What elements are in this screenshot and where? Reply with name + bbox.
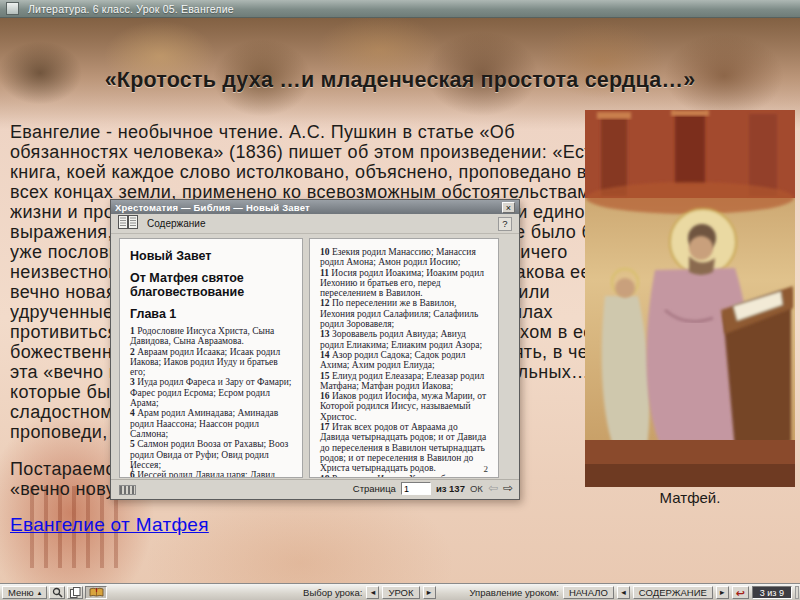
toolbar-left-group: Меню ▴ <box>2 586 107 599</box>
control-prev-button[interactable]: ◄ <box>617 586 630 599</box>
verse-number: 18 <box>320 474 330 478</box>
verse-number: 10 <box>320 247 330 257</box>
contents-button[interactable]: СОДЕРЖАНИЕ <box>633 586 713 599</box>
matthew-caption: Матфей. <box>585 489 795 506</box>
bible-verse: 13 Зоровавель родил Авиуда; Авиуд родил … <box>320 329 488 350</box>
verse-text: Арам родил Аминадава; Аминадав родил Наа… <box>130 408 278 439</box>
bible-verse: 15 Елиуд родил Елеазара; Елеазар родил М… <box>320 371 488 392</box>
bible-heading-gospel: От Матфея святое благовествование <box>130 271 292 299</box>
window-titlebar[interactable]: Литература. 6 класс. Урок 05. Евангелие <box>0 0 800 18</box>
lesson-prev-button[interactable]: ◄ <box>366 586 379 599</box>
return-arrow-icon: ↩ <box>736 588 745 598</box>
bible-heading-testament: Новый Завет <box>130 249 292 263</box>
verse-text: Рождество Иисуса Христа было так: по обр… <box>320 474 480 478</box>
control-next-button[interactable]: ► <box>716 586 729 599</box>
slide-counter: 3 из 9 <box>752 586 792 599</box>
verse-text: Зоровавель родил Авиуда; Авиуд родил Ели… <box>320 329 482 349</box>
bible-verse: 2 Авраам родил Исаака; Исаак родил Иаков… <box>130 347 292 378</box>
verse-text: Иаков родил Иосифа, мужа Марии, от Котор… <box>320 391 486 422</box>
arrow-right-icon: ► <box>719 588 726 597</box>
page-navigator: Страница из 137 ОК ⇦ ⇨ <box>353 482 513 495</box>
reader-toolbar: Содержание ? <box>111 214 519 234</box>
bible-verse: 11 Иосия родил Иоакима; Иоаким родил Иех… <box>320 268 488 299</box>
bible-verse: 10 Езекия родил Манассию; Манассия родил… <box>320 247 488 268</box>
matthew-image <box>585 110 795 487</box>
arrow-right-icon: ► <box>425 588 432 597</box>
menu-caret-icon: ▴ <box>38 589 42 597</box>
verse-number: 12 <box>320 298 330 308</box>
ok-button[interactable]: ОК <box>470 483 483 494</box>
verse-text: Родословие Иисуса Христа, Сына Давидова,… <box>130 326 274 346</box>
lesson-control-label: Управление уроком: <box>469 587 560 598</box>
toolbar-right-group: Выбор урока: ◄ УРОК ► Управление уроком:… <box>302 586 799 599</box>
toolbar-edge-fragment <box>795 586 799 599</box>
open-book-icon <box>89 587 104 598</box>
return-button[interactable]: ↩ <box>732 586 749 599</box>
resize-grip-icon <box>119 485 136 495</box>
chrestomathy-button[interactable] <box>85 586 107 599</box>
bible-verse: 18 Рождество Иисуса Христа было так: по … <box>320 474 488 478</box>
bible-left-page: Новый Завет От Матфея святое благовество… <box>119 238 303 478</box>
lesson-button-label: УРОК <box>388 587 413 598</box>
copy-button[interactable] <box>67 586 83 599</box>
text-line: Евангелие - необычное чтение. А.С. Пушки… <box>10 122 586 142</box>
page-label: Страница <box>353 483 396 494</box>
verse-text: Иуда родил Фареса и Зару от Фамари; Фаре… <box>130 377 291 408</box>
page-input[interactable] <box>401 482 431 495</box>
page-number-right: 2 <box>484 464 489 474</box>
verse-number: 15 <box>320 371 330 381</box>
app-icon <box>6 2 19 15</box>
reader-titlebar[interactable]: Хрестоматия — Библия — Новый Завет × <box>111 200 519 214</box>
verse-text: Салмон родил Вооза от Рахавы; Вооз родил… <box>130 439 288 470</box>
book-pages-icon-svg <box>118 215 138 229</box>
help-button[interactable]: ? <box>498 217 512 231</box>
verse-text: Елиуд родил Елеазара; Елеазар родил Матф… <box>320 371 484 391</box>
verse-number: 2 <box>130 347 135 357</box>
bible-verse: 4 Арам родил Аминадава; Аминадав родил Н… <box>130 408 292 439</box>
bible-verse: 3 Иуда родил Фареса и Зару от Фамари; Фа… <box>130 377 292 408</box>
verse-number: 14 <box>320 350 330 360</box>
verse-text: Итак всех родов от Авраама до Давида чет… <box>320 422 486 473</box>
bible-heading-chapter: Глава 1 <box>130 307 292 321</box>
reader-statusbar: Страница из 137 ОК ⇦ ⇨ <box>111 479 519 499</box>
application-window: Литература. 6 класс. Урок 05. Евангелие … <box>0 0 800 600</box>
next-page-icon[interactable]: ⇨ <box>503 483 513 494</box>
lesson-next-button[interactable]: ► <box>423 586 436 599</box>
bible-verse: 16 Иаков родил Иосифа, мужа Марии, от Ко… <box>320 391 488 422</box>
verse-text: Иессей родил Давида царя; Давид царь род… <box>130 470 275 478</box>
book-pages-icon[interactable] <box>118 215 138 233</box>
page-number-left: 1 <box>130 464 135 474</box>
copy-icon <box>70 587 81 598</box>
contents-button-label: СОДЕРЖАНИЕ <box>639 587 707 598</box>
contents-menu-item[interactable]: Содержание <box>147 218 205 229</box>
menu-button[interactable]: Меню ▴ <box>2 586 47 599</box>
close-button[interactable]: × <box>502 202 515 213</box>
search-button[interactable] <box>49 586 65 599</box>
close-icon: × <box>506 203 511 213</box>
text-line: книга, коей каждое слово истолковано, об… <box>10 162 586 182</box>
begin-button[interactable]: НАЧАЛО <box>563 586 614 599</box>
verse-text: Езекия родил Манассию; Манассия родил Ам… <box>320 247 476 267</box>
prev-page-icon[interactable]: ⇦ <box>488 483 498 494</box>
bible-verse: 14 Азор родил Садока; Садок родил Ахима;… <box>320 350 488 371</box>
lesson-content: «Кротость духа …и младенческая простота … <box>0 18 800 583</box>
arrow-left-icon: ◄ <box>369 588 376 597</box>
verse-number: 5 <box>130 439 135 449</box>
verse-number: 1 <box>130 326 135 336</box>
text-line: обязанностях человека» (1836) пишет об э… <box>10 142 586 162</box>
verse-number: 4 <box>130 408 135 418</box>
bible-verse: 6 Иессей родил Давида царя; Давид царь р… <box>130 470 292 478</box>
bottom-toolbar: Меню ▴ <box>0 583 800 600</box>
lesson-button[interactable]: УРОК <box>382 586 419 599</box>
page-title: «Кротость духа …и младенческая простота … <box>0 68 800 93</box>
verse-number: 16 <box>320 391 330 401</box>
matthew-fresco-svg <box>585 110 795 487</box>
verse-text: Иосия родил Иоакима; Иоаким родил Иехони… <box>320 268 484 299</box>
bible-verse: 17 Итак всех родов от Авраама до Давида … <box>320 422 488 473</box>
window-title: Литература. 6 класс. Урок 05. Евангелие <box>28 3 234 15</box>
bible-verse: 12 По переселении же в Вавилон, Иехония … <box>320 298 488 329</box>
bible-verse: 1 Родословие Иисуса Христа, Сына Давидов… <box>130 326 292 347</box>
gospel-link[interactable]: Евангелие от Матфея <box>10 514 209 536</box>
search-icon <box>52 587 63 598</box>
lesson-select-label: Выбор урока: <box>302 587 363 598</box>
